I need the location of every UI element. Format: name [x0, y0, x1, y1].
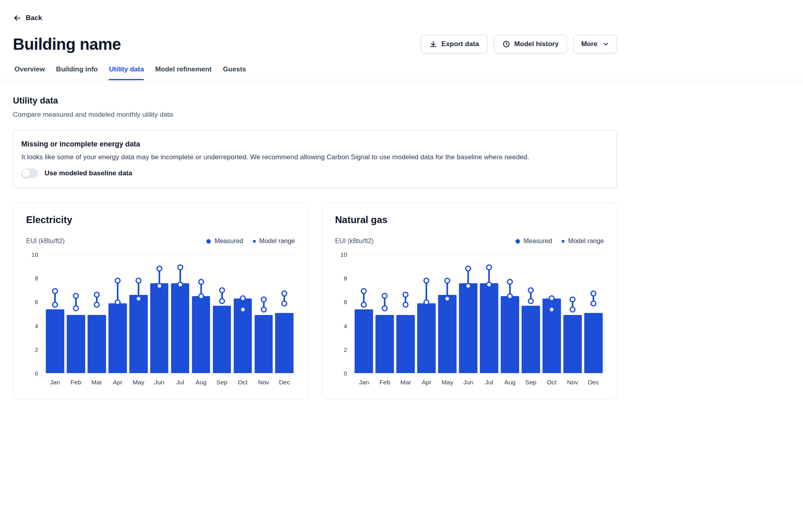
- measured-bar: [522, 306, 540, 373]
- model-range-whisker: [530, 290, 532, 301]
- plot-area: JanFebMarAprMayJunJulAugSepOctNovDec: [45, 254, 295, 386]
- x-tick-label: Aug: [499, 379, 520, 386]
- chart-column: [107, 255, 128, 373]
- measured-bar: [376, 315, 394, 373]
- model-range-whisker: [96, 295, 98, 305]
- legend-item-measured: Measured: [206, 238, 243, 245]
- chart-column: [212, 255, 232, 373]
- tab-bar: Overview Building info Utility data Mode…: [0, 65, 803, 80]
- tab-model-refinement[interactable]: Model refinement: [155, 65, 212, 80]
- chart-column: [583, 255, 604, 373]
- y-tick-label: 8: [35, 275, 38, 282]
- chart-column: [253, 255, 274, 373]
- electricity-chart-card: Electricity EUI (kBtu/ft2) Measured Mode…: [13, 203, 308, 399]
- measured-bar: [584, 313, 603, 373]
- measured-dot-icon: [516, 239, 520, 244]
- x-tick-label: Nov: [562, 379, 583, 386]
- x-tick-label: Dec: [583, 379, 604, 386]
- x-tick-label: Feb: [65, 379, 86, 386]
- chart-column: [170, 255, 191, 373]
- chart-header: EUI (kBtu/ft2) Measured Model range: [335, 238, 604, 245]
- x-tick-label: Oct: [232, 379, 253, 386]
- y-tick-label: 0: [35, 370, 38, 377]
- chart-column: [437, 255, 458, 373]
- alert-title: Missing or incomplete energy data: [21, 140, 609, 148]
- model-range-whisker: [551, 298, 552, 309]
- model-range-whisker: [263, 300, 265, 309]
- measured-bar: [150, 283, 169, 373]
- model-range-whisker: [159, 269, 160, 285]
- export-data-button[interactable]: Export data: [421, 35, 487, 53]
- legend-model-range-label: Model range: [259, 238, 295, 245]
- model-range-whisker: [221, 290, 223, 301]
- x-tick-label: Feb: [374, 379, 395, 386]
- y-axis-label: EUI (kBtu/ft2): [26, 238, 65, 245]
- model-history-button[interactable]: Model history: [494, 35, 567, 53]
- legend-measured-label: Measured: [524, 238, 552, 245]
- y-tick-label: 2: [344, 346, 347, 353]
- legend-item-model-range: Model range: [253, 238, 295, 245]
- x-axis: JanFebMarAprMayJunJulAugSepOctNovDec: [45, 379, 295, 386]
- measured-bar: [88, 315, 106, 373]
- y-tick-label: 4: [344, 322, 347, 329]
- measured-bar: [480, 283, 498, 373]
- more-button[interactable]: More: [573, 35, 617, 53]
- model-range-whisker: [405, 295, 406, 305]
- page-header: Building name Export data Model history …: [13, 35, 617, 53]
- plot-area: JanFebMarAprMayJunJulAugSepOctNovDec: [354, 254, 604, 386]
- tab-guests[interactable]: Guests: [223, 65, 246, 80]
- model-range-whisker: [467, 269, 469, 285]
- use-modeled-baseline-toggle[interactable]: [21, 169, 38, 178]
- model-range-whisker: [179, 268, 181, 284]
- section-subtitle: Compare measured and modeled monthly uti…: [13, 111, 617, 119]
- tab-building-info[interactable]: Building info: [56, 65, 98, 80]
- alert-body: It looks like some of your energy data m…: [21, 153, 609, 161]
- chart-column: [65, 255, 86, 373]
- x-tick-label: Jan: [354, 379, 375, 386]
- tab-overview[interactable]: Overview: [14, 65, 45, 80]
- back-label: Back: [26, 14, 42, 22]
- model-range-whisker: [363, 291, 365, 304]
- page-title: Building name: [13, 35, 121, 53]
- y-axis: 0246810: [335, 254, 347, 373]
- x-axis: JanFebMarAprMayJunJulAugSepOctNovDec: [354, 379, 604, 386]
- chart-column: [395, 255, 416, 373]
- header-actions: Export data Model history More: [421, 35, 617, 53]
- measured-bar: [397, 315, 415, 373]
- chart-column: [520, 255, 541, 373]
- legend-item-measured: Measured: [516, 238, 552, 245]
- chart-title: Electricity: [26, 214, 295, 225]
- y-tick-label: 4: [35, 322, 38, 329]
- chart-body: 0246810 JanFebMarAprMayJunJulAugSepOctNo…: [335, 254, 604, 386]
- chart-column: [86, 255, 107, 373]
- back-arrow-icon: [13, 14, 22, 22]
- chart-column: [562, 255, 583, 373]
- chart-column: [232, 255, 253, 373]
- measured-bar: [355, 309, 373, 373]
- model-range-whisker: [572, 300, 573, 309]
- measured-bar: [417, 303, 436, 373]
- tab-utility-data[interactable]: Utility data: [109, 65, 144, 80]
- x-tick-label: May: [437, 379, 458, 386]
- clock-icon: [502, 40, 510, 48]
- x-tick-label: Jun: [149, 379, 170, 386]
- y-tick-label: 10: [340, 251, 347, 258]
- measured-bar: [563, 315, 582, 373]
- chart-body: 0246810 JanFebMarAprMayJunJulAugSepOctNo…: [26, 254, 295, 386]
- back-button[interactable]: Back: [13, 14, 42, 22]
- x-tick-label: Jul: [479, 379, 499, 386]
- model-range-whisker: [242, 298, 244, 309]
- measured-bar: [108, 303, 127, 373]
- y-tick-label: 2: [35, 346, 38, 353]
- legend-model-range-label: Model range: [568, 238, 604, 245]
- y-axis: 0246810: [26, 254, 38, 373]
- y-tick-label: 10: [31, 251, 38, 258]
- y-tick-label: 8: [344, 275, 347, 282]
- x-tick-label: Oct: [541, 379, 562, 386]
- model-range-whisker: [138, 281, 139, 298]
- chart-column: [354, 255, 375, 373]
- chart-column: [458, 255, 479, 373]
- page: Back Building name Export data Model his…: [0, 0, 617, 399]
- model-history-label: Model history: [514, 40, 559, 48]
- chart-column: [479, 255, 499, 373]
